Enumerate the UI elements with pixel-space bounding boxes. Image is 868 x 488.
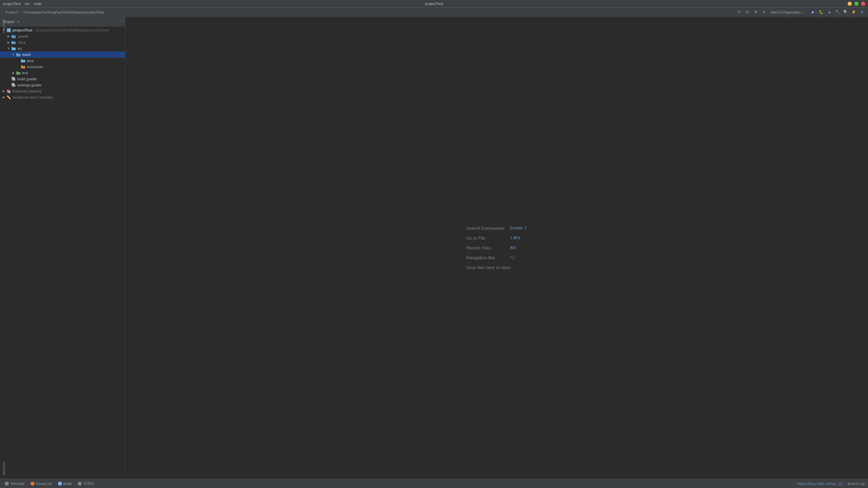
- tree-arrow-main: ▼: [11, 53, 16, 56]
- git-button[interactable]: ⑆: [859, 9, 865, 16]
- svg-text:m: m: [8, 29, 10, 32]
- tree-label-external-libs: External Libraries: [13, 89, 42, 93]
- folder-icon-idea: [11, 40, 16, 45]
- tree-item-idea[interactable]: ▶ .idea: [0, 39, 125, 45]
- todo-tab-label: TODO: [83, 482, 94, 486]
- settings-file-icon: 🐘: [11, 82, 16, 88]
- folder-icon-resources: [20, 64, 26, 69]
- title-project[interactable]: projectTest: [3, 2, 21, 6]
- add-configuration-button[interactable]: Add Configuration...: [769, 9, 806, 15]
- bottom-tab-build[interactable]: Build: [55, 481, 74, 487]
- bottom-tab-sonarlist[interactable]: SonarLint: [28, 481, 55, 487]
- search-everywhere-button[interactable]: 🔍: [842, 9, 849, 16]
- left-edge: Favorites Structure: [0, 17, 7, 479]
- maximize-button[interactable]: [854, 2, 859, 6]
- todo-icon: [78, 482, 82, 486]
- tree-item-settings-gradle[interactable]: 🐘 settings.gradle: [0, 82, 125, 88]
- folder-icon-test: [16, 70, 21, 76]
- tree-label-src: src: [17, 46, 22, 50]
- tree-path-projecttest: ~/Company/SuiXingPayGitWorkspace/project…: [34, 28, 109, 32]
- build-tab-label: Build: [63, 482, 72, 486]
- title-src[interactable]: src: [25, 2, 30, 6]
- breadcrumb-path[interactable]: ~/Company/SuiXingPayGitWorkspace/project…: [22, 10, 104, 14]
- bottom-tab-todo[interactable]: TODO: [75, 481, 97, 487]
- build-icon: [58, 482, 62, 486]
- hint-shortcut-recent: ⌘E: [510, 245, 516, 250]
- terminal-tab-label: Terminal: [10, 482, 24, 486]
- folder-icon-src: [11, 46, 16, 51]
- folder-icon-gradle: [11, 34, 16, 39]
- debug-button[interactable]: 🐛: [818, 9, 825, 16]
- hint-label-nav: Navigation Bar: [466, 255, 507, 260]
- sync-button[interactable]: ⟳: [736, 9, 743, 16]
- panel-dropdown-icon[interactable]: ▾: [18, 20, 19, 23]
- tree-arrow-test: ▶: [11, 71, 16, 75]
- editor-area: Search Everywhere Double ⇧ Go to File ⇧⌘…: [125, 17, 868, 479]
- title-nav: projectTest src main: [3, 2, 42, 6]
- tree-item-scratches[interactable]: ▶ ✏️ Scratches and Consoles: [0, 94, 125, 100]
- tree-item-resources[interactable]: resources: [0, 64, 125, 70]
- status-right: https://blog.csdn.net/qq_10... Event Log: [797, 482, 866, 486]
- tree-label-main: main: [22, 53, 31, 57]
- hints-panel: Search Everywhere Double ⇧ Go to File ⇧⌘…: [466, 226, 527, 270]
- hint-shortcut-nav: ⌥↑: [510, 255, 516, 260]
- settings-button[interactable]: ⚙: [752, 9, 759, 16]
- project-panel: Project ▾ ▼ m projectTest ~/Company/SuiX…: [0, 17, 125, 479]
- run-inspection-button[interactable]: ⚡: [850, 9, 857, 16]
- breadcrumb-project[interactable]: Project: [5, 10, 17, 14]
- tree-label-scratches: Scratches and Consoles: [13, 95, 53, 99]
- tree-item-gradle-dir[interactable]: ▶ .gradle: [0, 33, 125, 39]
- hint-label-drop: Drop files here to open: [466, 265, 511, 270]
- sonar-icon: [31, 482, 35, 486]
- hint-drop-files: Drop files here to open: [466, 265, 527, 270]
- hint-recent-files: Recent Files ⌘E: [466, 245, 527, 250]
- hint-label-goto: Go to File: [466, 236, 507, 241]
- tree-item-test[interactable]: ▶ test: [0, 70, 125, 76]
- minimize-button[interactable]: [848, 2, 852, 6]
- hint-shortcut-search: Double ⇧: [510, 226, 527, 230]
- bottom-tab-terminal[interactable]: Terminal: [2, 481, 27, 487]
- terminal-icon: [5, 482, 9, 486]
- hint-label-recent: Recent Files: [466, 245, 507, 250]
- tree-label-projecttest: projectTest: [13, 28, 32, 32]
- close-panel-button[interactable]: ✕: [761, 9, 767, 16]
- sonar-tab-label: SonarLint: [36, 482, 52, 486]
- left-edge-favorites[interactable]: Favorites: [1, 17, 6, 36]
- status-link[interactable]: https://blog.csdn.net/qq_10...: [797, 482, 845, 486]
- left-edge-structure[interactable]: Structure: [1, 459, 6, 479]
- breadcrumb: Project ▸ ~/Company/SuiXingPayGitWorkspa…: [5, 10, 735, 14]
- collapse-button[interactable]: ⊟: [744, 9, 751, 16]
- toolbar: Project ▸ ~/Company/SuiXingPayGitWorkspa…: [0, 7, 868, 17]
- tree-item-external-libs[interactable]: ▶ 📚 External Libraries: [0, 88, 125, 94]
- tree-label-idea: .idea: [17, 40, 25, 44]
- close-button[interactable]: [861, 2, 865, 6]
- tree-item-build-gradle[interactable]: 🐘 build.gradle: [0, 76, 125, 82]
- tree-item-java[interactable]: java: [0, 58, 125, 64]
- tree-label-gradle-dir: .gradle: [17, 34, 29, 38]
- hint-label-search: Search Everywhere: [466, 226, 507, 231]
- hint-search-everywhere: Search Everywhere Double ⇧: [466, 226, 527, 231]
- run-button[interactable]: ▶: [810, 9, 816, 16]
- main-layout: Project ▾ ▼ m projectTest ~/Company/SuiX…: [0, 17, 868, 479]
- build-project-button[interactable]: 🔨: [834, 9, 841, 16]
- event-log-label[interactable]: Event Log: [848, 482, 865, 486]
- tree-label-build-gradle: build.gradle: [17, 77, 37, 81]
- tree-label-resources: resources: [27, 65, 43, 69]
- gradle-file-icon: 🐘: [11, 76, 16, 82]
- bottom-panel: Terminal SonarLint Build TODO https://bl…: [0, 479, 868, 488]
- folder-icon-main: [16, 52, 21, 57]
- tree-label-java: java: [27, 59, 34, 63]
- project-tree: ▼ m projectTest ~/Company/SuiXingPayGitW…: [0, 26, 125, 479]
- tree-item-main[interactable]: ▼ main: [0, 52, 125, 58]
- title-main[interactable]: main: [34, 2, 42, 6]
- tree-item-projecttest[interactable]: ▼ m projectTest ~/Company/SuiXingPayGitW…: [0, 27, 125, 33]
- stop-button[interactable]: ■: [826, 9, 833, 16]
- breadcrumb-sep1: ▸: [18, 10, 20, 14]
- folder-icon-java: [20, 58, 26, 63]
- hint-navigation-bar: Navigation Bar ⌥↑: [466, 255, 527, 260]
- title-bar: projectTest src main projectTest: [0, 0, 868, 7]
- tree-label-settings-gradle: settings.gradle: [17, 83, 42, 87]
- tree-item-src[interactable]: ▼ src: [0, 45, 125, 52]
- tree-label-test: test: [22, 71, 28, 75]
- hint-shortcut-goto: ⇧⌘N: [510, 236, 520, 240]
